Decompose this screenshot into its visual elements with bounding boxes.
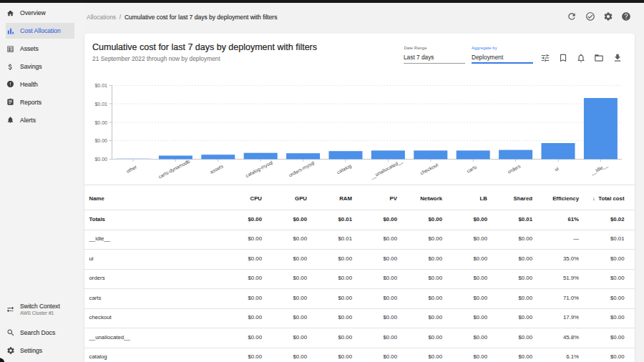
svg-text:__idle__: __idle__ bbox=[589, 162, 609, 177]
svg-text:carts-dynamodb: carts-dynamodb bbox=[157, 158, 191, 180]
svg-text:$0.00: $0.00 bbox=[94, 138, 107, 143]
svg-text:ui: ui bbox=[554, 166, 560, 172]
svg-text:$0.00: $0.00 bbox=[94, 157, 107, 162]
svg-text:catalog: catalog bbox=[336, 163, 353, 175]
svg-text:other: other bbox=[125, 164, 138, 174]
svg-text:checkout: checkout bbox=[419, 162, 439, 176]
svg-text:$0.01: $0.01 bbox=[94, 102, 107, 107]
svg-text:orders-mysql: orders-mysql bbox=[288, 160, 316, 179]
svg-text:assets: assets bbox=[209, 163, 224, 175]
svg-text:catalog-mysql: catalog-mysql bbox=[245, 160, 274, 179]
svg-text:$0.00: $0.00 bbox=[94, 120, 107, 125]
svg-text:__unallocated__: __unallocated__ bbox=[369, 158, 404, 180]
svg-text:carts: carts bbox=[466, 164, 478, 173]
svg-text:orders: orders bbox=[507, 163, 522, 175]
svg-text:$0.01: $0.01 bbox=[94, 83, 107, 88]
